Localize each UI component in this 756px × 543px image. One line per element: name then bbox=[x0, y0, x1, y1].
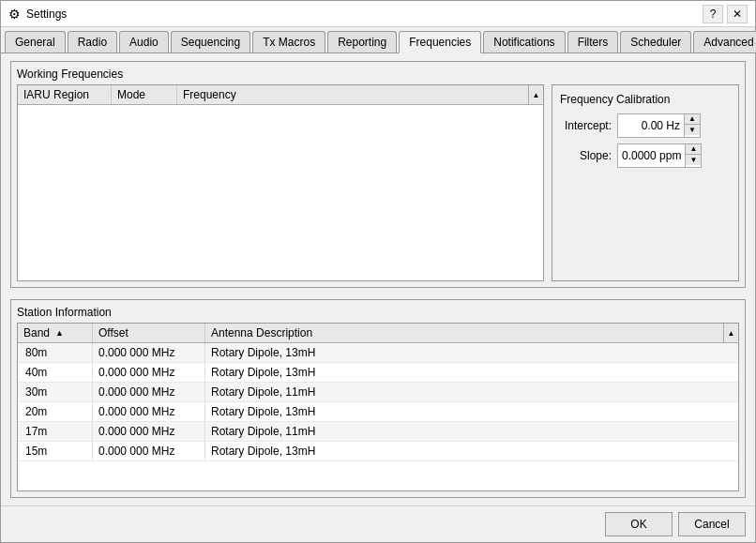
slope-label: Slope: bbox=[560, 149, 612, 162]
cell-band: 17m bbox=[18, 422, 93, 441]
band-sort-icon: ▲ bbox=[55, 328, 64, 338]
table-row[interactable]: 15m 0.000 000 MHz Rotary Dipole, 13mH bbox=[18, 442, 738, 461]
station-table-body: 80m 0.000 000 MHz Rotary Dipole, 13mH 40… bbox=[18, 343, 738, 490]
slope-value[interactable]: 0.0000 ppm bbox=[618, 144, 685, 167]
close-button[interactable]: ✕ bbox=[727, 5, 748, 23]
cell-offset: 0.000 000 MHz bbox=[93, 422, 205, 441]
intercept-spinner: ▲ ▼ bbox=[684, 114, 700, 137]
intercept-value[interactable]: 0.00 Hz bbox=[618, 114, 684, 137]
tabs-bar: General Radio Audio Sequencing Tx Macros… bbox=[1, 27, 755, 53]
intercept-row: Intercept: 0.00 Hz ▲ ▼ bbox=[560, 113, 731, 138]
cell-antenna: Rotary Dipole, 13mH bbox=[205, 343, 738, 362]
cell-offset: 0.000 000 MHz bbox=[93, 383, 205, 401]
intercept-up-btn[interactable]: ▲ bbox=[685, 114, 700, 125]
table-row[interactable]: 20m 0.000 000 MHz Rotary Dipole, 13mH bbox=[18, 402, 738, 422]
freq-table-body bbox=[18, 105, 543, 280]
tab-advanced[interactable]: Advanced bbox=[693, 31, 756, 53]
footer: OK Cancel bbox=[1, 505, 755, 542]
col-frequency: Frequency bbox=[177, 85, 528, 104]
cell-band: 80m bbox=[18, 343, 93, 362]
col-iaru-region: IARU Region bbox=[18, 85, 112, 104]
col-antenna: Antenna Description bbox=[205, 324, 723, 342]
working-frequencies-label: Working Frequencies bbox=[17, 68, 739, 81]
working-frequencies-content: IARU Region Mode Frequency ▲ Frequency C… bbox=[17, 84, 739, 281]
tab-scheduler[interactable]: Scheduler bbox=[620, 31, 691, 53]
cell-offset: 0.000 000 MHz bbox=[93, 442, 205, 460]
title-bar: ⚙ Settings ? ✕ bbox=[1, 1, 755, 27]
slope-row: Slope: 0.0000 ppm ▲ ▼ bbox=[560, 143, 731, 168]
cell-offset: 0.000 000 MHz bbox=[93, 363, 205, 382]
intercept-input-wrapper: 0.00 Hz ▲ ▼ bbox=[617, 113, 701, 138]
frequency-table: IARU Region Mode Frequency ▲ bbox=[17, 84, 544, 281]
station-information-label: Station Information bbox=[17, 306, 739, 319]
station-table: Band ▲ Offset Antenna Description ▲ 80m … bbox=[17, 323, 739, 491]
slope-input-wrapper: 0.0000 ppm ▲ ▼ bbox=[617, 143, 702, 168]
intercept-down-btn[interactable]: ▼ bbox=[685, 125, 700, 135]
cell-band: 20m bbox=[18, 402, 93, 421]
tab-tx-macros[interactable]: Tx Macros bbox=[252, 31, 325, 53]
col-mode: Mode bbox=[112, 85, 177, 104]
cell-band: 30m bbox=[18, 383, 93, 401]
station-table-header: Band ▲ Offset Antenna Description ▲ bbox=[18, 324, 738, 343]
main-content: Working Frequencies IARU Region Mode Fre… bbox=[1, 53, 755, 505]
tab-filters[interactable]: Filters bbox=[567, 31, 619, 53]
cell-antenna: Rotary Dipole, 11mH bbox=[205, 383, 738, 401]
settings-window: ⚙ Settings ? ✕ General Radio Audio Seque… bbox=[0, 0, 756, 543]
intercept-label: Intercept: bbox=[560, 119, 612, 132]
cancel-button[interactable]: Cancel bbox=[678, 512, 746, 536]
slope-down-btn[interactable]: ▼ bbox=[686, 155, 701, 165]
tab-radio[interactable]: Radio bbox=[68, 31, 117, 53]
cell-antenna: Rotary Dipole, 11mH bbox=[205, 422, 738, 441]
tab-general[interactable]: General bbox=[5, 31, 66, 53]
frequency-calibration: Frequency Calibration Intercept: 0.00 Hz… bbox=[552, 84, 739, 281]
station-information-section: Station Information Band ▲ Offset Antenn… bbox=[10, 299, 746, 498]
settings-icon: ⚙ bbox=[8, 7, 21, 22]
tab-reporting[interactable]: Reporting bbox=[327, 31, 397, 53]
cell-antenna: Rotary Dipole, 13mH bbox=[205, 402, 738, 421]
cell-offset: 0.000 000 MHz bbox=[93, 402, 205, 421]
tab-notifications[interactable]: Notifications bbox=[483, 31, 565, 53]
title-bar-buttons: ? ✕ bbox=[703, 5, 748, 23]
cell-antenna: Rotary Dipole, 13mH bbox=[205, 442, 738, 460]
col-band: Band ▲ bbox=[18, 324, 93, 342]
tab-frequencies[interactable]: Frequencies bbox=[399, 31, 481, 53]
slope-spinner: ▲ ▼ bbox=[685, 144, 701, 167]
table-row[interactable]: 40m 0.000 000 MHz Rotary Dipole, 13mH bbox=[18, 363, 738, 383]
cell-band: 15m bbox=[18, 442, 93, 460]
tab-audio[interactable]: Audio bbox=[119, 31, 169, 53]
freq-cal-title: Frequency Calibration bbox=[560, 93, 731, 106]
cell-band: 40m bbox=[18, 363, 93, 382]
window-title: Settings bbox=[26, 8, 703, 21]
working-frequencies-section: Working Frequencies IARU Region Mode Fre… bbox=[10, 61, 746, 288]
table-row[interactable]: 17m 0.000 000 MHz Rotary Dipole, 11mH bbox=[18, 422, 738, 442]
col-offset: Offset bbox=[93, 324, 205, 342]
table-row[interactable]: 80m 0.000 000 MHz Rotary Dipole, 13mH bbox=[18, 343, 738, 363]
cell-antenna: Rotary Dipole, 13mH bbox=[205, 363, 738, 382]
help-button[interactable]: ? bbox=[703, 5, 723, 23]
station-scroll-up[interactable]: ▲ bbox=[723, 324, 738, 342]
tab-sequencing[interactable]: Sequencing bbox=[171, 31, 250, 53]
table-row[interactable]: 30m 0.000 000 MHz Rotary Dipole, 11mH bbox=[18, 383, 738, 402]
ok-button[interactable]: OK bbox=[605, 512, 673, 536]
slope-up-btn[interactable]: ▲ bbox=[686, 144, 701, 155]
freq-scroll-up[interactable]: ▲ bbox=[528, 85, 543, 104]
freq-table-header: IARU Region Mode Frequency ▲ bbox=[18, 85, 543, 105]
cell-offset: 0.000 000 MHz bbox=[93, 343, 205, 362]
